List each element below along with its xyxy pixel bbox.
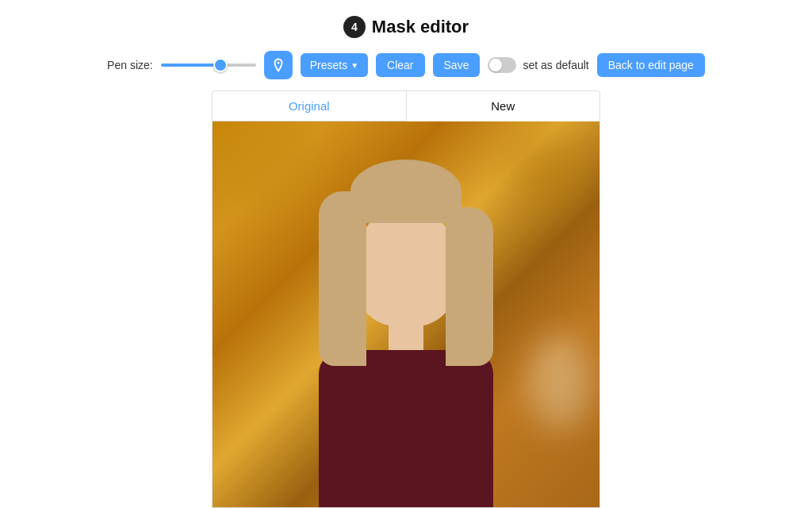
toolbar: Pen size: Presets ▼ Clear Save set as de…	[0, 51, 812, 79]
clear-button[interactable]: Clear	[376, 53, 424, 77]
tab-new[interactable]: New	[406, 90, 601, 121]
back-to-edit-button[interactable]: Back to edit page	[597, 53, 705, 77]
svg-point-0	[277, 62, 279, 64]
pen-tool-button[interactable]	[264, 51, 293, 79]
pen-size-label: Pen size:	[107, 59, 153, 71]
tab-original[interactable]: Original	[212, 90, 406, 121]
portrait-image[interactable]	[213, 121, 599, 508]
pen-icon	[271, 58, 285, 72]
chevron-down-icon: ▼	[350, 61, 358, 70]
bg-decor-3	[528, 334, 592, 429]
image-canvas-container[interactable]	[212, 121, 600, 508]
set-default-toggle[interactable]	[488, 57, 516, 73]
tabs-container: Original New	[212, 90, 600, 121]
page-title: Mask editor	[372, 17, 469, 37]
presets-button[interactable]: Presets ▼	[301, 53, 368, 77]
pen-size-slider[interactable]	[161, 64, 256, 67]
set-default-toggle-group: set as default	[488, 57, 588, 73]
hair-right	[446, 207, 493, 366]
hair-top	[350, 160, 462, 223]
portrait-figure	[287, 136, 525, 508]
step-badge: 4	[343, 16, 366, 38]
coat	[319, 350, 493, 508]
page-header: 4 Mask editor	[343, 16, 469, 38]
save-button[interactable]: Save	[433, 53, 481, 77]
toggle-label: set as default	[523, 59, 588, 71]
